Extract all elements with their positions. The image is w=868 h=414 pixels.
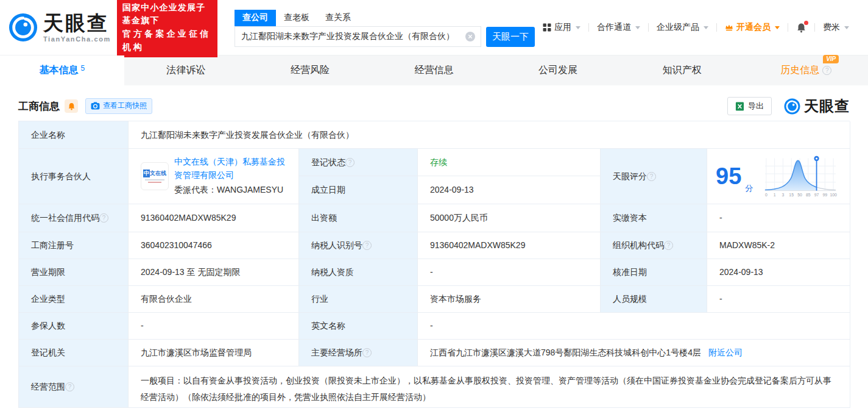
tab-history-info[interactable]: 历史信息 VIP (744, 55, 868, 85)
tab-legal-label: 法律诉讼 (166, 64, 205, 77)
svg-text:15: 15 (789, 193, 794, 197)
badge-line2: 官方备案企业征信机构 (122, 27, 212, 54)
help-icon[interactable] (345, 158, 355, 167)
clear-search-icon[interactable] (465, 32, 475, 41)
help-icon[interactable] (822, 66, 831, 75)
badge-line1: 国家中小企业发展子基金旗下 (122, 1, 212, 27)
value-taxpayer-id: 91360402MADXW85K29 (418, 232, 601, 259)
label-industry: 行业 (299, 286, 418, 313)
value-capital: 50000万人民币 (418, 204, 601, 232)
help-icon[interactable] (362, 348, 372, 357)
tianyancha-swirl-icon (9, 13, 38, 42)
tab-legal[interactable]: 法律诉讼 (124, 55, 249, 85)
vip-badge: VIP (823, 55, 839, 63)
tab-basic-info[interactable]: 基本信息 5 (0, 55, 124, 85)
tab-development-label: 公司发展 (538, 64, 577, 77)
label-company-name: 企业名称 (19, 121, 129, 149)
partner-logo-decor (148, 182, 161, 183)
nav-notifications[interactable] (788, 23, 814, 33)
search-tab-company[interactable]: 查公司 (235, 10, 276, 26)
company-section-tabs: 基本信息 5 法律诉讼 经营风险 经营信息 公司发展 知识产权 历史信息 VIP (0, 55, 868, 85)
nav-apps-label: 应用 (554, 22, 571, 33)
export-button-label: 导出 (748, 101, 764, 112)
help-icon[interactable] (99, 213, 108, 223)
svg-text:85: 85 (806, 193, 811, 197)
label-company-type: 企业类型 (19, 286, 129, 313)
nav-user-menu[interactable]: 费米 (815, 22, 857, 33)
nav-enterprise-products[interactable]: 企业级产品 (649, 22, 716, 33)
brand-text: 天眼查 TianYanCha.com (43, 13, 111, 43)
tab-company-development[interactable]: 公司发展 (496, 55, 620, 85)
chevron-down-icon (704, 26, 708, 29)
svg-text:0: 0 (765, 193, 767, 197)
business-place-address: 江西省九江市濂溪区濂溪大道798号鄱阳湖生态科技城科创中心1号楼4层 (430, 346, 701, 359)
nav-vip-label: 开通会员 (736, 22, 771, 33)
value-registration-status: 存续 (418, 149, 601, 176)
value-staff-size: - (707, 286, 850, 313)
snapshot-button[interactable]: 查看工商快照 (85, 98, 152, 114)
svg-text:99: 99 (823, 193, 828, 197)
label-business-term: 营业期限 (19, 259, 129, 286)
label-executive-partner: 执行事务合伙人 (19, 149, 129, 204)
monitor-bell-button[interactable] (65, 99, 78, 113)
label-registration-number: 工商注册号 (19, 232, 129, 259)
score-unit: 分 (745, 182, 753, 195)
search-button[interactable]: 天眼一下 (486, 27, 535, 47)
export-button[interactable]: 导出 (727, 97, 772, 115)
value-company-type: 有限合伙企业 (129, 286, 299, 313)
value-business-place: 江西省九江市濂溪区濂溪大道798号鄱阳湖生态科技城科创中心1号楼4层 附近公司 (418, 340, 850, 366)
snapshot-button-label: 查看工商快照 (103, 101, 147, 111)
tab-operating-risk[interactable]: 经营风险 (248, 55, 372, 85)
bell-icon (68, 102, 76, 110)
top-header: 天眼查 TianYanCha.com 国家中小企业发展子基金旗下 官方备案企业征… (0, 0, 868, 55)
partner-logo-char: 中 (143, 170, 150, 178)
help-icon[interactable] (65, 382, 74, 391)
help-icon[interactable] (647, 172, 656, 181)
label-staff-size: 人员规模 (601, 286, 707, 313)
value-paid-capital: - (707, 204, 850, 232)
search-input-wrap (235, 27, 481, 47)
label-paid-capital: 实缴资本 (601, 204, 707, 232)
search-tabs: 查公司 查老板 查关系 (235, 10, 481, 27)
search-tab-relation[interactable]: 查关系 (317, 10, 359, 26)
partner-company-link[interactable]: 中文在线（天津）私募基金投资管理有限公司 (174, 157, 285, 180)
tab-intellectual-property[interactable]: 知识产权 (620, 55, 744, 85)
certification-badge: 国家中小企业发展子基金旗下 官方备案企业征信机构 (117, 0, 217, 57)
watermark-logo: 天眼查 (784, 96, 850, 116)
crown-icon (725, 24, 733, 31)
score-number: 95 (716, 165, 741, 188)
label-business-scope: 经营范围 (19, 366, 129, 408)
nav-cooperation[interactable]: 合作通道 (589, 22, 648, 33)
tab-risk-label: 经营风险 (291, 64, 330, 77)
label-insured-count: 参保人数 (19, 313, 129, 340)
partner-company-logo: 中 文在线 (141, 162, 169, 190)
chevron-down-icon (576, 26, 580, 29)
value-executive-partner: 中 文在线 中文在线（天津）私募基金投资管理有限公司 委派代表：WANGJAME… (129, 149, 299, 204)
label-registration-status: 登记状态 (299, 149, 418, 176)
help-icon[interactable] (664, 241, 673, 250)
top-navigation: 应用 合作通道 企业级产品 开通会员 (535, 22, 857, 33)
tab-basic-count: 5 (80, 64, 85, 73)
label-taxpayer-id: 纳税人识别号 (299, 232, 418, 259)
section-header: 工商信息 查看工商快照 (18, 93, 850, 120)
tab-operating-info[interactable]: 经营信息 (372, 55, 496, 85)
svg-text:3: 3 (782, 193, 785, 197)
value-registration-number: 360402310047466 (129, 232, 299, 259)
label-business-place: 主要经营场所 (299, 340, 418, 366)
value-org-code: MADXW85K-2 (707, 232, 850, 259)
value-establish-date: 2024-09-13 (418, 176, 601, 204)
nav-apps[interactable]: 应用 (535, 22, 588, 33)
value-insured-count: - (129, 313, 299, 340)
nearby-companies-link[interactable]: 附近公司 (708, 346, 743, 359)
nav-open-vip[interactable]: 开通会员 (717, 22, 788, 33)
svg-text:50: 50 (797, 193, 802, 197)
watermark-text: 天眼查 (804, 96, 850, 116)
label-org-code: 组织机构代码 (601, 232, 707, 259)
help-icon[interactable] (362, 241, 372, 250)
label-approval-date: 核准日期 (601, 259, 707, 286)
search-input[interactable] (235, 32, 481, 41)
search-tab-boss[interactable]: 查老板 (276, 10, 317, 26)
tianyancha-logo[interactable]: 天眼查 TianYanCha.com (9, 13, 111, 43)
chevron-down-icon (775, 26, 780, 29)
label-tianyan-score: 天眼评分 (601, 149, 707, 204)
